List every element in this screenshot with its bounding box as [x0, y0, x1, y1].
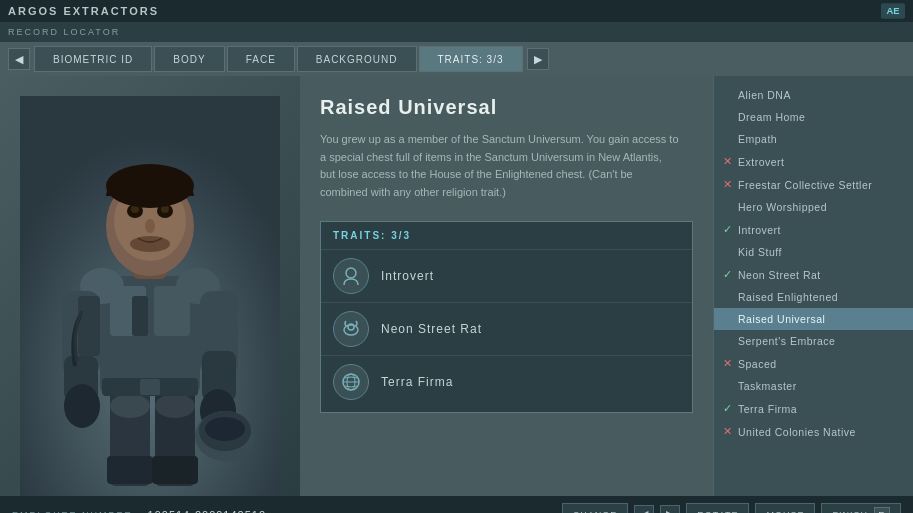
record-locator-label: RECORD LOCATOR: [8, 27, 120, 37]
terra-firma-icon: [333, 364, 369, 400]
app-logo: AE: [881, 3, 905, 19]
svg-rect-7: [107, 456, 153, 484]
trait-label-kid-stuff: Kid Stuff: [738, 246, 782, 258]
trait-list-item-empath[interactable]: Empath: [714, 128, 913, 150]
svg-rect-36: [78, 296, 100, 356]
change-button[interactable]: CHANGE: [562, 503, 629, 514]
trait-status-freestar: ✕: [720, 178, 734, 191]
svg-text:AE: AE: [886, 5, 899, 16]
trait-list-item-dream-home[interactable]: Dream Home: [714, 106, 913, 128]
employee-section: EMPLOYEE NUMBER: 190514-2009140512: [12, 509, 266, 514]
trait-status-terra-firma: ✓: [720, 402, 734, 415]
trait-list-item-spaced[interactable]: ✕ Spaced: [714, 352, 913, 375]
trait-label-raised-universal: Raised Universal: [738, 313, 825, 325]
trait-label-freestar: Freestar Collective Settler: [738, 179, 872, 191]
bottom-bar: EMPLOYEE NUMBER: 190514-2009140512 CHANG…: [0, 496, 913, 513]
trait-label-terra-firma: Terra Firma: [738, 403, 797, 415]
character-portrait: [20, 96, 280, 496]
info-panel: Raised Universal You grew up as a member…: [300, 76, 713, 496]
trait-label-serpents: Serpent's Embrace: [738, 335, 835, 347]
trait-list-item-raised-enlightened[interactable]: Raised Enlightened: [714, 286, 913, 308]
selected-trait-name-terra: Terra Firma: [381, 375, 453, 389]
tab-body[interactable]: BODY: [154, 46, 224, 72]
trait-label-taskmaster: Taskmaster: [738, 380, 797, 392]
trait-list-item-alien-dna[interactable]: Alien DNA: [714, 84, 913, 106]
selected-traits-box: TRAITS: 3/3 Introvert: [320, 221, 693, 413]
portrait-container: [0, 76, 300, 496]
svg-point-33: [145, 219, 155, 233]
trait-status-united-colonies: ✕: [720, 425, 734, 438]
rotate-left-button[interactable]: ◀: [634, 505, 654, 514]
svg-point-6: [155, 394, 195, 418]
employee-number: 190514-2009140512: [148, 509, 267, 514]
trait-detail-title: Raised Universal: [320, 96, 693, 119]
svg-point-37: [346, 268, 356, 278]
top-bar: ARGOS EXTRACTORS AE: [0, 0, 913, 22]
trait-list-item-neon[interactable]: ✓ Neon Street Rat: [714, 263, 913, 286]
trait-label-hero: Hero Worshipped: [738, 201, 827, 213]
trait-list-item-kid-stuff[interactable]: Kid Stuff: [714, 241, 913, 263]
bottom-right-controls: CHANGE ◀ ▶ ROTATE MOUSE FINISH R: [562, 503, 901, 514]
trait-label-alien-dna: Alien DNA: [738, 89, 791, 101]
list-item[interactable]: Introvert: [321, 249, 692, 302]
svg-rect-16: [140, 379, 160, 395]
trait-label-extrovert: Extrovert: [738, 156, 785, 168]
tab-biometric-id[interactable]: BIOMETRIC ID: [34, 46, 152, 72]
list-item[interactable]: Terra Firma: [321, 355, 692, 408]
rotate-label: ROTATE: [686, 503, 749, 514]
finish-button[interactable]: FINISH R: [821, 503, 901, 514]
trait-label-dream-home: Dream Home: [738, 111, 805, 123]
nav-tabs: ◀ BIOMETRIC ID BODY FACE BACKGROUND TRAI…: [0, 42, 913, 76]
trait-list-item-united-colonies[interactable]: ✕ United Colonies Native: [714, 420, 913, 443]
mouse-label: MOUSE: [755, 503, 815, 514]
svg-point-19: [64, 384, 100, 428]
trait-list-item-taskmaster[interactable]: Taskmaster: [714, 375, 913, 397]
rotate-right-button[interactable]: ▶: [660, 505, 680, 514]
trait-status-spaced: ✕: [720, 357, 734, 370]
svg-rect-12: [132, 296, 148, 336]
trait-label-introvert: Introvert: [738, 224, 781, 236]
trait-detail-description: You grew up as a member of the Sanctum U…: [320, 131, 680, 201]
trait-list-item-terra-firma[interactable]: ✓ Terra Firma: [714, 397, 913, 420]
svg-point-5: [110, 394, 150, 418]
trait-list-item-extrovert[interactable]: ✕ Extrovert: [714, 150, 913, 173]
trait-list-panel: Alien DNA Dream Home Empath ✕ Extrovert …: [713, 76, 913, 496]
trait-status-introvert: ✓: [720, 223, 734, 236]
sub-bar: RECORD LOCATOR: [0, 22, 913, 42]
introvert-icon: [333, 258, 369, 294]
finish-key-badge: R: [874, 507, 890, 514]
trait-list-item-serpents[interactable]: Serpent's Embrace: [714, 330, 913, 352]
trait-list-item-introvert[interactable]: ✓ Introvert: [714, 218, 913, 241]
svg-rect-8: [152, 456, 198, 484]
character-panel: [0, 76, 300, 496]
svg-point-34: [130, 236, 170, 252]
trait-label-united-colonies: United Colonies Native: [738, 426, 856, 438]
list-item[interactable]: Neon Street Rat: [321, 302, 692, 355]
nav-prev-button[interactable]: ◀: [8, 48, 30, 70]
app-title: ARGOS EXTRACTORS: [8, 5, 159, 17]
trait-status-extrovert: ✕: [720, 155, 734, 168]
neon-street-rat-icon: [333, 311, 369, 347]
selected-trait-name-neon: Neon Street Rat: [381, 322, 482, 336]
selected-traits-header: TRAITS: 3/3: [321, 230, 692, 249]
employee-label: EMPLOYEE NUMBER:: [12, 510, 138, 514]
trait-label-raised-enlightened: Raised Enlightened: [738, 291, 838, 303]
tab-traits[interactable]: TRAITS: 3/3: [419, 46, 523, 72]
trait-list-item-freestar[interactable]: ✕ Freestar Collective Settler: [714, 173, 913, 196]
nav-next-button[interactable]: ▶: [527, 48, 549, 70]
trait-label-spaced: Spaced: [738, 358, 777, 370]
svg-point-25: [205, 417, 245, 441]
main-content: Raised Universal You grew up as a member…: [0, 76, 913, 496]
trait-label-neon: Neon Street Rat: [738, 269, 821, 281]
trait-status-neon: ✓: [720, 268, 734, 281]
trait-list-item-raised-universal[interactable]: Raised Universal: [714, 308, 913, 330]
tab-face[interactable]: FACE: [227, 46, 295, 72]
finish-label: FINISH: [832, 510, 868, 514]
trait-list-item-hero[interactable]: Hero Worshipped: [714, 196, 913, 218]
trait-label-empath: Empath: [738, 133, 777, 145]
selected-trait-name-introvert: Introvert: [381, 269, 434, 283]
tab-background[interactable]: BACKGROUND: [297, 46, 417, 72]
